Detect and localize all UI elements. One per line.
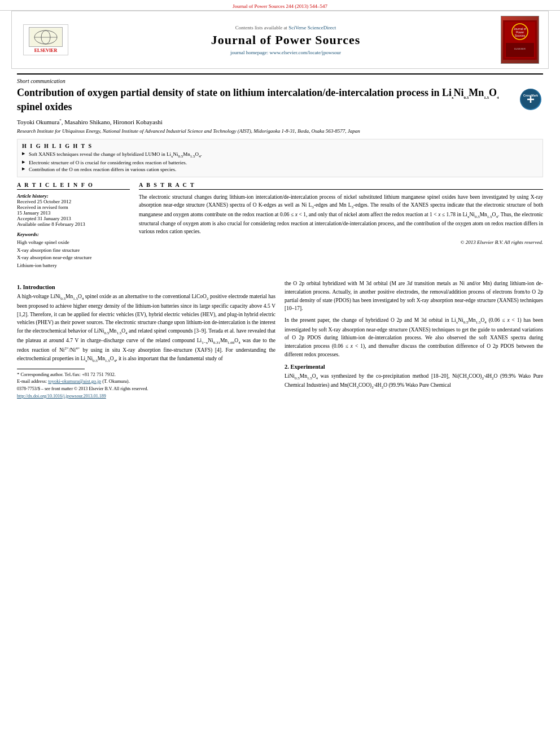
journal-title: Journal of Power Sources xyxy=(80,33,492,47)
footnote-corresponding: * Corresponding author. Tel./fax: +81 72… xyxy=(17,372,275,378)
highlight-item-1: Soft XANES techniques reveal the change … xyxy=(22,151,538,159)
abstract-title: A B S T R A C T xyxy=(139,182,543,190)
keywords-section: Keywords: High voltage spinel oxide X-ra… xyxy=(17,231,130,269)
intro-heading: 1. Introduction xyxy=(17,284,275,290)
keyword-4: Lithium-ion battery xyxy=(17,262,130,270)
footnote-divider xyxy=(17,369,85,369)
highlights-title: H I G H L I G H T S xyxy=(22,143,538,149)
intro-para-1: A high-voltage LiNi0.5Mn1.5O4 spinel oxi… xyxy=(17,292,275,364)
doi-link[interactable]: http://dx.doi.org/10.1016/j.jpowsour.201… xyxy=(17,394,106,399)
affiliation: Research Institute for Ubiquitous Energy… xyxy=(17,128,543,135)
journal-header: ELSEVIER Contents lists available at Sci… xyxy=(11,11,549,69)
homepage-url[interactable]: www.elsevier.com/locate/jpowsour xyxy=(270,50,341,55)
issn-line: 0378-7753/$ – see front matter © 2013 El… xyxy=(17,386,275,391)
revised-date: 15 January 2013 xyxy=(17,210,130,216)
article-title-container: Contribution of oxygen partial density o… xyxy=(17,86,543,113)
article-title-text: Contribution of oxygen partial density o… xyxy=(17,86,512,113)
sciverse-link[interactable]: SciVerse ScienceDirect xyxy=(288,25,336,30)
accepted-date: Accepted 31 January 2013 xyxy=(17,216,130,221)
keywords-title: Keywords: xyxy=(17,231,130,237)
intro-para-3: In the present paper, the change of hybr… xyxy=(285,316,543,359)
article-info-title: A R T I C L E I N F O xyxy=(17,182,130,190)
elsevier-label: ELSEVIER xyxy=(34,48,57,53)
journal-cover: Journal of Power Sources ELSEVIER xyxy=(501,16,539,64)
sciverse-text: Contents lists available at xyxy=(235,25,287,30)
email-label: E-mail address: xyxy=(17,378,47,384)
sciverse-line: Contents lists available at SciVerse Sci… xyxy=(80,25,492,30)
crossmark[interactable]: CrossMark xyxy=(518,86,543,112)
abstract-col: A B S T R A C T The electronic structura… xyxy=(139,182,543,273)
experimental-heading: 2. Experimental xyxy=(285,364,543,370)
article-info-abstract: A R T I C L E I N F O Article history: R… xyxy=(17,182,543,273)
section-label: Short communication xyxy=(17,78,543,84)
received-date: Received 25 October 2012 xyxy=(17,199,130,204)
highlight-item-3: Contribution of the O on redox reaction … xyxy=(22,167,538,172)
page: Journal of Power Sources 244 (2013) 544–… xyxy=(0,0,560,747)
email-link[interactable]: toyoki-okumura@aist.go.jp xyxy=(48,378,101,384)
article-info-col: A R T I C L E I N F O Article history: R… xyxy=(17,182,130,273)
revised-label: Received in revised form xyxy=(17,204,130,210)
history-label: Article history: xyxy=(17,193,130,199)
journal-homepage: journal homepage: www.elsevier.com/locat… xyxy=(80,50,492,55)
article-history: Article history: Received 25 October 201… xyxy=(17,193,130,227)
body-col-left: 1. Introduction A high-voltage LiNi0.5Mn… xyxy=(17,279,275,399)
keyword-1: High voltage spinel oxide xyxy=(17,239,130,247)
abstract-text: The electronic structural changes during… xyxy=(139,193,543,236)
highlight-item-2: Electronic structure of O is crucial for… xyxy=(22,160,538,165)
intro-para-2: the O 2p orbital hybridized with M 3d or… xyxy=(285,279,543,313)
highlights-section: H I G H L I G H T S Soft XANES technique… xyxy=(17,139,543,177)
body-col-right: the O 2p orbital hybridized with M 3d or… xyxy=(285,279,543,399)
elsevier-logo: ELSEVIER xyxy=(23,24,68,55)
authors: Toyoki Okumura*, Masahiro Shikano, Hiron… xyxy=(17,118,543,125)
keyword-2: X-ray absorption fine structure xyxy=(17,247,130,255)
journal-header-left: ELSEVIER xyxy=(18,24,74,55)
abstract-copyright: © 2013 Elsevier B.V. All rights reserved… xyxy=(139,239,543,245)
email-note: (T. Okumura). xyxy=(102,378,130,384)
doi-line[interactable]: http://dx.doi.org/10.1016/j.jpowsour.201… xyxy=(17,394,275,399)
footnote-star: * Corresponding author. Tel./fax: +81 72… xyxy=(17,372,116,377)
footnote-email: E-mail address: toyoki-okumura@aist.go.j… xyxy=(17,378,275,385)
online-date: Available online 8 February 2013 xyxy=(17,221,130,227)
crossmark-badge: CrossMark xyxy=(520,89,541,110)
journal-ref: Journal of Power Sources 244 (2013) 544–… xyxy=(233,3,327,9)
main-content: Short communication Contribution of oxyg… xyxy=(0,73,560,399)
top-divider xyxy=(17,73,543,75)
homepage-label: journal homepage: xyxy=(230,50,268,55)
svg-text:Sources: Sources xyxy=(515,34,526,37)
top-bar: Journal of Power Sources 244 (2013) 544–… xyxy=(0,0,560,11)
elsevier-logo-img xyxy=(29,27,63,47)
keyword-3: X-ray absorption near-edge structure xyxy=(17,254,130,262)
body-content: 1. Introduction A high-voltage LiNi0.5Mn… xyxy=(17,279,543,399)
svg-text:ELSEVIER: ELSEVIER xyxy=(514,47,526,50)
journal-header-right: Journal of Power Sources ELSEVIER xyxy=(497,16,542,64)
experimental-para-1: LiNi0.5Mn1.5O4 was synthesized by the co… xyxy=(285,372,543,391)
journal-header-center: Contents lists available at SciVerse Sci… xyxy=(74,25,497,55)
